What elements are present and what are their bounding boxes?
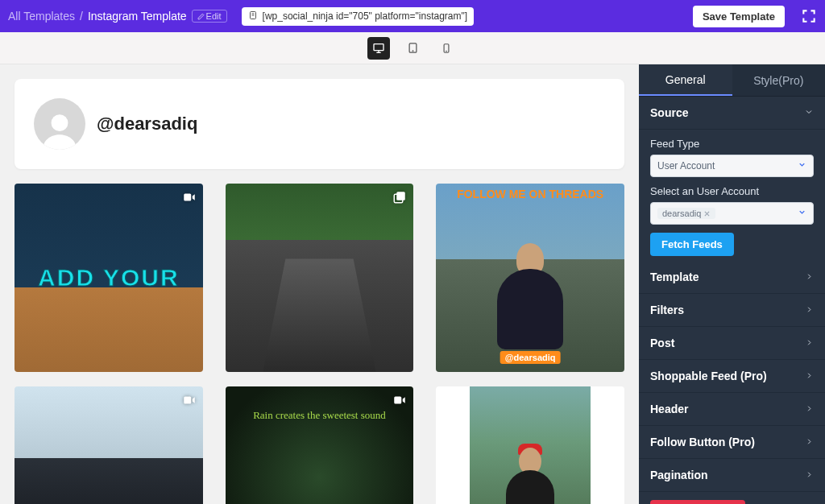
file-icon (248, 10, 258, 23)
section-pagination[interactable]: Pagination (639, 459, 825, 492)
section-template[interactable]: Template (639, 261, 825, 294)
svg-rect-3 (374, 43, 383, 50)
account-select[interactable]: dearsadiq (650, 202, 814, 225)
svg-rect-12 (397, 192, 406, 200)
feed-grid-row2: Rain creates the sweetest sound (15, 386, 624, 504)
chevron-down-icon (798, 208, 806, 219)
top-bar: All Templates / Instagram Template Edit … (0, 0, 825, 32)
tile-overlay-text: FOLLOW ME ON THREADS (457, 188, 603, 200)
source-panel: Feed Type User Account Select an User Ac… (639, 130, 825, 261)
section-post[interactable]: Post (639, 327, 825, 360)
mobile-icon (441, 43, 452, 54)
device-tablet-button[interactable] (401, 37, 424, 60)
chevron-right-icon (805, 370, 814, 382)
chevron-right-icon (805, 271, 814, 283)
account-label: Select an User Account (650, 185, 814, 197)
avatar (34, 98, 85, 150)
feed-header: @dearsadiq (15, 79, 624, 169)
shortcode-box[interactable]: [wp_social_ninja id="705" platform="inst… (242, 7, 475, 26)
feed-tile[interactable]: FOLLOW ME ON THREADS @dearsadiq (436, 184, 624, 372)
settings-sidebar: General Style(Pro) Source Feed Type User… (639, 64, 825, 504)
feed-tile[interactable] (15, 386, 203, 504)
section-shoppable[interactable]: Shoppable Feed (Pro) (639, 360, 825, 393)
chevron-right-icon (805, 304, 814, 316)
svg-point-10 (52, 114, 68, 131)
breadcrumb-sep: / (80, 10, 83, 23)
desktop-icon (372, 42, 385, 55)
svg-rect-14 (184, 396, 191, 403)
carousel-icon (392, 190, 407, 204)
section-source[interactable]: Source (639, 97, 825, 130)
section-follow[interactable]: Follow Button (Pro) (639, 426, 825, 459)
device-desktop-button[interactable] (367, 37, 390, 60)
feed-tile[interactable]: ADD YOUR (15, 184, 203, 372)
fetch-feeds-button[interactable]: Fetch Feeds (650, 233, 734, 256)
svg-point-9 (446, 51, 447, 52)
tile-overlay-text: ADD YOUR (38, 265, 179, 291)
chevron-right-icon (805, 337, 814, 349)
tab-style[interactable]: Style(Pro) (732, 64, 826, 96)
video-icon (182, 190, 197, 204)
section-filters[interactable]: Filters (639, 294, 825, 327)
remove-icon[interactable] (703, 210, 711, 217)
tile-overlay-text: Rain creates the sweetest sound (253, 409, 386, 422)
feed-tile[interactable]: Rain creates the sweetest sound (226, 386, 414, 504)
breadcrumb-root[interactable]: All Templates (8, 10, 75, 23)
device-bar (0, 32, 825, 64)
device-mobile-button[interactable] (435, 37, 458, 60)
svg-rect-11 (184, 194, 191, 201)
fullscreen-icon[interactable] (801, 8, 817, 24)
feed-type-label: Feed Type (650, 138, 814, 150)
tile-tag: @dearsadiq (500, 351, 561, 364)
breadcrumb: All Templates / Instagram Template Edit (8, 10, 227, 23)
account-chip[interactable]: dearsadiq (657, 208, 715, 219)
chevron-down-icon (804, 106, 814, 119)
save-template-button[interactable]: Save Template (693, 6, 785, 27)
feed-tile[interactable] (436, 386, 624, 504)
tablet-icon (407, 42, 419, 54)
video-icon (392, 393, 407, 407)
svg-point-7 (412, 51, 413, 52)
user-handle: @dearsadiq (97, 114, 197, 134)
upgrade-button[interactable]: Upgrade To Pro (650, 500, 745, 504)
video-icon (182, 393, 197, 407)
breadcrumb-current: Instagram Template (88, 10, 187, 23)
section-header[interactable]: Header (639, 393, 825, 426)
chevron-right-icon (805, 403, 814, 415)
chevron-right-icon (805, 469, 814, 481)
feed-grid: ADD YOUR FOLLOW ME ON THREADS @dearsadiq (15, 184, 624, 372)
feed-type-select[interactable]: User Account (650, 155, 814, 177)
chevron-down-icon (798, 160, 806, 171)
svg-rect-15 (395, 396, 402, 403)
tab-general[interactable]: General (639, 64, 732, 96)
pencil-icon (197, 13, 205, 20)
sidebar-tabs: General Style(Pro) (639, 64, 825, 97)
preview-canvas: @dearsadiq ADD YOUR FOLLOW ME ON THREADS (0, 64, 639, 504)
edit-button[interactable]: Edit (192, 10, 227, 23)
feed-tile[interactable] (226, 184, 414, 372)
chevron-right-icon (805, 436, 814, 448)
shortcode-text: [wp_social_ninja id="705" platform="inst… (263, 10, 468, 22)
